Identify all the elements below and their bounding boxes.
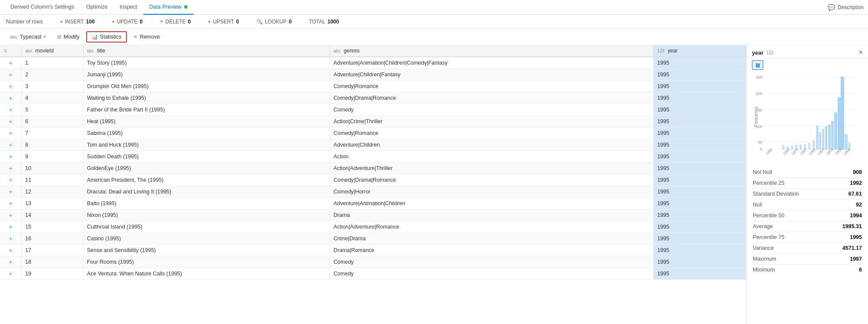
cell-genres: Adventure|Animation|Children|Comedy|Fant… (330, 57, 654, 69)
table-body: +1Toy Story (1995)Adventure|Animation|Ch… (0, 57, 746, 280)
statistics-btn[interactable]: 📊 Statistics (86, 31, 127, 43)
row-expand-btn[interactable]: + (0, 245, 22, 256)
row-expand-btn[interactable]: + (0, 139, 22, 151)
cell-year: 1995 (654, 57, 746, 69)
stats-label: Variance (753, 245, 774, 251)
chart-tab-bar[interactable]: ▦ (752, 60, 763, 70)
cell-genres: Adventure|Animation|Children (330, 198, 654, 209)
table-row: +7Sabrina (1995)Comedy|Romance1995 (0, 128, 746, 139)
stats-value: 4571.17 (842, 245, 862, 251)
insert-dot: ● (60, 19, 63, 24)
stats-value: 1995 (850, 234, 862, 240)
cell-genres: Action|Crime|Thriller (330, 116, 654, 128)
typecast-icon: abc (10, 34, 18, 39)
svg-rect-14 (782, 145, 784, 150)
cell-genres: Comedy|Romance (330, 128, 654, 139)
row-expand-btn[interactable]: + (0, 92, 22, 104)
col-header-genres[interactable]: abc genres (330, 45, 654, 57)
stats-label: Maximum (753, 256, 776, 262)
row-expand-btn[interactable]: + (0, 256, 22, 268)
row-expand-btn[interactable]: + (0, 163, 22, 174)
statistics-icon: 📊 (91, 34, 98, 40)
right-panel-header: year 123 × (747, 45, 868, 59)
cell-movieid: 15 (22, 221, 83, 233)
update-stat: ● UPDATE 0 (112, 19, 160, 25)
update-dot: ● (112, 19, 115, 24)
stats-bar: Number of rows ● INSERT 100 ● UPDATE 0 ✕… (0, 15, 868, 29)
cell-year: 1995 (654, 268, 746, 280)
cell-title: GoldenEye (1995) (83, 163, 330, 174)
cell-movieid: 14 (22, 209, 83, 221)
cell-movieid: 1 (22, 57, 83, 69)
cell-movieid: 12 (22, 186, 83, 198)
stats-label: Percentile 50 (753, 213, 784, 219)
cell-genres: Comedy (330, 256, 654, 268)
table-row: +6Heat (1995)Action|Crime|Thriller1995 (0, 116, 746, 128)
stats-row: Percentile 251992 (753, 178, 862, 189)
row-expand-btn[interactable]: + (0, 221, 22, 233)
stats-label: Average (753, 223, 773, 229)
row-expand-btn[interactable]: + (0, 81, 22, 92)
cell-genres: Comedy|Horror (330, 186, 654, 198)
remove-btn[interactable]: ✕ Remove (129, 32, 165, 42)
row-expand-btn[interactable]: + (0, 186, 22, 198)
stats-label: Percentile 75 (753, 234, 784, 240)
table-row: +10GoldenEye (1995)Action|Adventure|Thri… (0, 163, 746, 174)
cell-year: 1995 (654, 92, 746, 104)
right-panel: year 123 × ▦ Frequency 250 200 150 100 5… (747, 45, 868, 324)
table-scroll[interactable]: ⇅ abc movieId abc title abc genres (0, 45, 746, 324)
svg-rect-18 (800, 144, 802, 150)
row-expand-btn[interactable]: + (0, 128, 22, 139)
table-row: +15Cutthroat Island (1995)Action|Adventu… (0, 221, 746, 233)
svg-rect-12 (841, 77, 844, 150)
table-row: +9Sudden Death (1995)Action1995 (0, 151, 746, 163)
tab-inspect[interactable]: Inspect (113, 0, 143, 15)
tab-derived-col-settings[interactable]: Derived Column's Settings (4, 0, 80, 15)
cell-year: 1995 (654, 209, 746, 221)
cell-title: Ace Ventura: When Nature Calls (1995) (83, 268, 330, 280)
row-expand-btn[interactable]: + (0, 104, 22, 116)
col-header-movieid[interactable]: abc movieId (22, 45, 83, 57)
cell-title: Tom and Huck (1995) (83, 139, 330, 151)
stats-label: Minimum (753, 267, 775, 273)
stats-list: Not Null908Percentile 251992Standard Dev… (747, 164, 868, 324)
cell-year: 1995 (654, 163, 746, 174)
chart-container: Frequency 250 200 150 100 50 0 (752, 73, 860, 160)
cell-year: 1995 (654, 233, 746, 245)
right-panel-close-btn[interactable]: × (859, 49, 863, 56)
row-expand-btn[interactable]: + (0, 233, 22, 245)
row-expand-btn[interactable]: + (0, 209, 22, 221)
table-row: +8Tom and Huck (1995)Adventure|Children1… (0, 139, 746, 151)
tab-optimize[interactable]: Optimize (80, 0, 113, 15)
row-expand-btn[interactable]: + (0, 174, 22, 186)
modify-btn[interactable]: ⊞ Modify (52, 32, 84, 42)
table-header-row: ⇅ abc movieId abc title abc genres (0, 45, 746, 57)
row-expand-btn[interactable]: + (0, 57, 22, 69)
table-row: +2Jumanji (1995)Adventure|Children|Fanta… (0, 69, 746, 81)
stats-row: Not Null908 (753, 167, 862, 178)
cell-genres: Comedy (330, 268, 654, 280)
cell-movieid: 16 (22, 233, 83, 245)
svg-rect-20 (808, 143, 810, 150)
svg-text:200: 200 (756, 92, 762, 96)
typecast-btn[interactable]: abc Typecast ▾ (5, 32, 51, 42)
row-expand-btn[interactable]: + (0, 69, 22, 81)
cell-title: Father of the Bride Part II (1995) (83, 104, 330, 116)
stats-value: 67.61 (849, 191, 862, 197)
row-expand-btn[interactable]: + (0, 268, 22, 280)
lookup-stat: 🔍 LOOKUP 0 (256, 19, 309, 25)
cell-year: 1995 (654, 245, 746, 256)
description-btn[interactable]: 💬 Description (828, 4, 864, 11)
col-header-year[interactable]: 123 year (654, 45, 746, 57)
svg-rect-28 (838, 97, 841, 150)
svg-rect-23 (822, 129, 824, 150)
row-expand-btn[interactable]: + (0, 198, 22, 209)
tab-data-preview[interactable]: Data Preview (143, 0, 194, 15)
row-expand-btn[interactable]: + (0, 116, 22, 128)
insert-stat: ● INSERT 100 (60, 19, 112, 25)
col-header-title[interactable]: abc title (83, 45, 330, 57)
table-row: +19Ace Ventura: When Nature Calls (1995)… (0, 268, 746, 280)
cell-movieid: 17 (22, 245, 83, 256)
row-expand-btn[interactable]: + (0, 151, 22, 163)
stats-row: Average1985.31 (753, 221, 862, 232)
